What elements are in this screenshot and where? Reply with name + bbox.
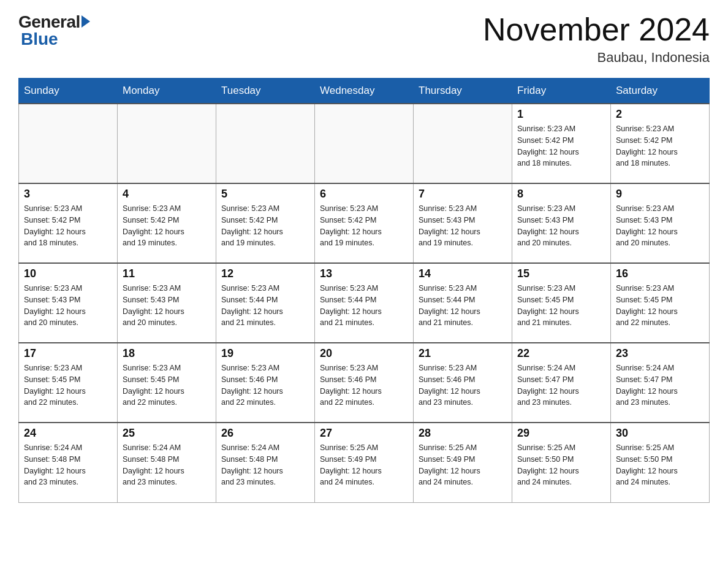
day-info: Sunrise: 5:23 AMSunset: 5:44 PMDaylight:… — [419, 283, 507, 329]
day-info: Sunrise: 5:24 AMSunset: 5:48 PMDaylight:… — [123, 442, 211, 488]
day-number: 23 — [616, 347, 704, 360]
calendar-cell: 21Sunrise: 5:23 AMSunset: 5:46 PMDayligh… — [414, 343, 512, 423]
month-title: November 2024 — [483, 12, 710, 47]
calendar-cell: 12Sunrise: 5:23 AMSunset: 5:44 PMDayligh… — [216, 263, 315, 343]
day-info: Sunrise: 5:23 AMSunset: 5:45 PMDaylight:… — [616, 283, 704, 329]
calendar-cell — [414, 104, 512, 183]
calendar-cell: 14Sunrise: 5:23 AMSunset: 5:44 PMDayligh… — [414, 263, 512, 343]
day-number: 13 — [320, 267, 408, 280]
calendar-cell: 30Sunrise: 5:25 AMSunset: 5:50 PMDayligh… — [611, 423, 710, 502]
day-number: 29 — [517, 427, 605, 440]
day-info: Sunrise: 5:23 AMSunset: 5:43 PMDaylight:… — [123, 283, 211, 329]
day-number: 5 — [221, 188, 309, 201]
weekday-header-sunday: Sunday — [19, 79, 118, 104]
day-info: Sunrise: 5:23 AMSunset: 5:46 PMDaylight:… — [221, 362, 309, 408]
day-info: Sunrise: 5:23 AMSunset: 5:45 PMDaylight:… — [24, 362, 112, 408]
day-number: 30 — [616, 427, 704, 440]
calendar-cell: 9Sunrise: 5:23 AMSunset: 5:43 PMDaylight… — [611, 183, 710, 263]
day-info: Sunrise: 5:23 AMSunset: 5:42 PMDaylight:… — [123, 203, 211, 249]
day-info: Sunrise: 5:23 AMSunset: 5:42 PMDaylight:… — [320, 203, 408, 249]
day-info: Sunrise: 5:23 AMSunset: 5:43 PMDaylight:… — [517, 203, 605, 249]
calendar-cell: 17Sunrise: 5:23 AMSunset: 5:45 PMDayligh… — [19, 343, 118, 423]
calendar-cell: 25Sunrise: 5:24 AMSunset: 5:48 PMDayligh… — [118, 423, 216, 502]
calendar-cell: 7Sunrise: 5:23 AMSunset: 5:43 PMDaylight… — [414, 183, 512, 263]
day-number: 2 — [616, 108, 704, 121]
logo-triangle-icon — [82, 15, 90, 28]
day-info: Sunrise: 5:25 AMSunset: 5:50 PMDaylight:… — [517, 442, 605, 488]
calendar-cell — [118, 104, 216, 183]
day-info: Sunrise: 5:24 AMSunset: 5:48 PMDaylight:… — [24, 442, 112, 488]
calendar-cell: 19Sunrise: 5:23 AMSunset: 5:46 PMDayligh… — [216, 343, 315, 423]
day-number: 25 — [123, 427, 211, 440]
week-row-5: 24Sunrise: 5:24 AMSunset: 5:48 PMDayligh… — [19, 423, 710, 502]
day-number: 15 — [517, 267, 605, 280]
week-row-4: 17Sunrise: 5:23 AMSunset: 5:45 PMDayligh… — [19, 343, 710, 423]
day-number: 12 — [221, 267, 309, 280]
day-number: 10 — [24, 267, 112, 280]
day-number: 28 — [419, 427, 507, 440]
day-info: Sunrise: 5:23 AMSunset: 5:42 PMDaylight:… — [221, 203, 309, 249]
calendar-cell: 3Sunrise: 5:23 AMSunset: 5:42 PMDaylight… — [19, 183, 118, 263]
day-number: 26 — [221, 427, 309, 440]
day-info: Sunrise: 5:23 AMSunset: 5:45 PMDaylight:… — [517, 283, 605, 329]
calendar-cell — [19, 104, 118, 183]
day-info: Sunrise: 5:24 AMSunset: 5:47 PMDaylight:… — [616, 362, 704, 408]
day-number: 20 — [320, 347, 408, 360]
calendar-cell: 29Sunrise: 5:25 AMSunset: 5:50 PMDayligh… — [512, 423, 611, 502]
day-number: 14 — [419, 267, 507, 280]
weekday-header-saturday: Saturday — [611, 79, 710, 104]
day-number: 24 — [24, 427, 112, 440]
title-area: November 2024 Baubau, Indonesia — [483, 12, 710, 66]
weekday-header-friday: Friday — [512, 79, 611, 104]
calendar-cell: 2Sunrise: 5:23 AMSunset: 5:42 PMDaylight… — [611, 104, 710, 183]
day-info: Sunrise: 5:24 AMSunset: 5:48 PMDaylight:… — [221, 442, 309, 488]
weekday-header-thursday: Thursday — [414, 79, 512, 104]
day-info: Sunrise: 5:23 AMSunset: 5:43 PMDaylight:… — [616, 203, 704, 249]
weekday-header-row: SundayMondayTuesdayWednesdayThursdayFrid… — [19, 79, 710, 104]
day-info: Sunrise: 5:23 AMSunset: 5:42 PMDaylight:… — [616, 123, 704, 169]
calendar-cell: 28Sunrise: 5:25 AMSunset: 5:49 PMDayligh… — [414, 423, 512, 502]
calendar-cell: 20Sunrise: 5:23 AMSunset: 5:46 PMDayligh… — [315, 343, 414, 423]
page-header: General Blue November 2024 Baubau, Indon… — [18, 12, 710, 66]
day-info: Sunrise: 5:23 AMSunset: 5:43 PMDaylight:… — [24, 283, 112, 329]
calendar-cell: 11Sunrise: 5:23 AMSunset: 5:43 PMDayligh… — [118, 263, 216, 343]
calendar-cell: 15Sunrise: 5:23 AMSunset: 5:45 PMDayligh… — [512, 263, 611, 343]
day-number: 16 — [616, 267, 704, 280]
calendar-cell: 8Sunrise: 5:23 AMSunset: 5:43 PMDaylight… — [512, 183, 611, 263]
weekday-header-wednesday: Wednesday — [315, 79, 414, 104]
calendar-table: SundayMondayTuesdayWednesdayThursdayFrid… — [18, 78, 710, 503]
day-number: 1 — [517, 108, 605, 121]
day-info: Sunrise: 5:23 AMSunset: 5:45 PMDaylight:… — [123, 362, 211, 408]
week-row-1: 1Sunrise: 5:23 AMSunset: 5:42 PMDaylight… — [19, 104, 710, 183]
logo-blue-text: Blue — [21, 29, 58, 49]
day-number: 9 — [616, 188, 704, 201]
calendar-cell: 22Sunrise: 5:24 AMSunset: 5:47 PMDayligh… — [512, 343, 611, 423]
calendar-cell — [216, 104, 315, 183]
calendar-cell: 1Sunrise: 5:23 AMSunset: 5:42 PMDaylight… — [512, 104, 611, 183]
calendar-cell: 4Sunrise: 5:23 AMSunset: 5:42 PMDaylight… — [118, 183, 216, 263]
calendar-cell: 23Sunrise: 5:24 AMSunset: 5:47 PMDayligh… — [611, 343, 710, 423]
day-number: 6 — [320, 188, 408, 201]
week-row-3: 10Sunrise: 5:23 AMSunset: 5:43 PMDayligh… — [19, 263, 710, 343]
calendar-cell: 6Sunrise: 5:23 AMSunset: 5:42 PMDaylight… — [315, 183, 414, 263]
calendar-cell: 18Sunrise: 5:23 AMSunset: 5:45 PMDayligh… — [118, 343, 216, 423]
day-number: 19 — [221, 347, 309, 360]
logo: General Blue — [18, 12, 90, 49]
day-number: 7 — [419, 188, 507, 201]
calendar-cell: 5Sunrise: 5:23 AMSunset: 5:42 PMDaylight… — [216, 183, 315, 263]
calendar-cell: 10Sunrise: 5:23 AMSunset: 5:43 PMDayligh… — [19, 263, 118, 343]
day-number: 3 — [24, 188, 112, 201]
calendar-cell: 26Sunrise: 5:24 AMSunset: 5:48 PMDayligh… — [216, 423, 315, 502]
day-info: Sunrise: 5:23 AMSunset: 5:42 PMDaylight:… — [517, 123, 605, 169]
day-info: Sunrise: 5:23 AMSunset: 5:42 PMDaylight:… — [24, 203, 112, 249]
day-info: Sunrise: 5:23 AMSunset: 5:43 PMDaylight:… — [419, 203, 507, 249]
location-subtitle: Baubau, Indonesia — [483, 50, 710, 66]
calendar-cell: 16Sunrise: 5:23 AMSunset: 5:45 PMDayligh… — [611, 263, 710, 343]
day-number: 8 — [517, 188, 605, 201]
calendar-cell — [315, 104, 414, 183]
day-info: Sunrise: 5:23 AMSunset: 5:44 PMDaylight:… — [221, 283, 309, 329]
day-number: 17 — [24, 347, 112, 360]
day-info: Sunrise: 5:23 AMSunset: 5:46 PMDaylight:… — [320, 362, 408, 408]
week-row-2: 3Sunrise: 5:23 AMSunset: 5:42 PMDaylight… — [19, 183, 710, 263]
weekday-header-monday: Monday — [118, 79, 216, 104]
